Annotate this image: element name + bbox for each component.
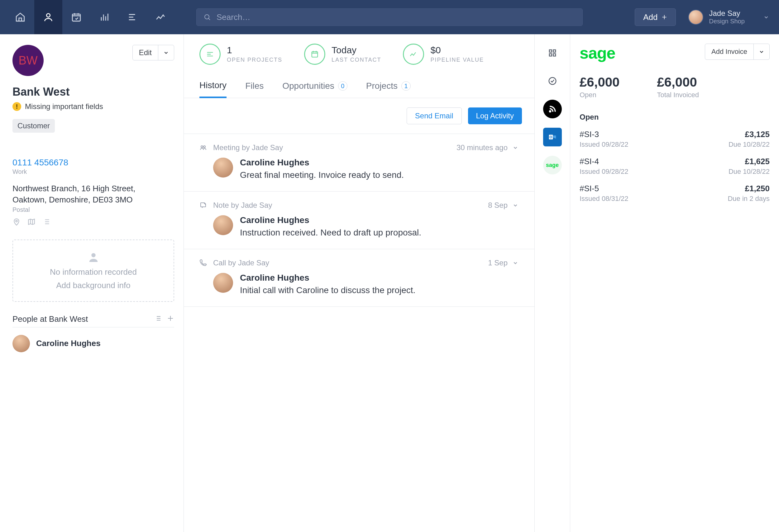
invoice-amount: £1,625 <box>728 157 770 166</box>
search-icon <box>203 13 211 21</box>
bg-empty-line1: No information recorded <box>50 267 137 277</box>
rail-outlook-icon[interactable]: O <box>543 128 562 146</box>
add-invoice-label[interactable]: Add Invoice <box>705 44 754 60</box>
address-line1: Northwest Branch, 16 High Street, <box>12 183 174 194</box>
user-name: Jade Say <box>709 9 745 17</box>
tab-opportunities[interactable]: Opportunities0 <box>282 76 348 98</box>
plus-icon <box>661 14 667 20</box>
nav-reports-icon[interactable] <box>146 0 175 34</box>
svg-point-6 <box>201 146 203 148</box>
search-box[interactable] <box>196 8 583 26</box>
edit-button-caret[interactable] <box>158 45 174 60</box>
list-icon[interactable] <box>42 218 51 227</box>
svg-point-7 <box>203 146 205 148</box>
map-icon[interactable] <box>27 218 36 227</box>
people-list-icon[interactable] <box>154 315 162 323</box>
metric-pipeline[interactable]: $0 PIPELINE VALUE <box>403 44 484 65</box>
feed-avatar <box>213 273 233 293</box>
svg-rect-10 <box>549 54 552 56</box>
add-button[interactable]: Add <box>635 8 676 26</box>
svg-point-12 <box>549 78 556 85</box>
feed-item[interactable]: Call by Jade Say1 Sep Caroline HughesIni… <box>184 249 534 307</box>
feed-avatar <box>213 215 233 235</box>
metric-last-contact[interactable]: Today LAST CONTACT <box>304 44 381 65</box>
user-avatar <box>688 10 703 24</box>
feed-avatar <box>213 157 233 178</box>
nav-home-icon[interactable] <box>6 0 34 34</box>
rail-check-icon[interactable] <box>543 72 562 90</box>
feed-contact-name: Caroline Hughes <box>240 157 404 168</box>
edit-button-label[interactable]: Edit <box>133 45 158 60</box>
activity-feed: Meeting by Jade Say30 minutes ago Caroli… <box>184 134 534 307</box>
last-contact-label: LAST CONTACT <box>332 57 381 63</box>
address: Northwest Branch, 16 High Street, Oaktow… <box>12 183 174 206</box>
send-email-button[interactable]: Send Email <box>407 108 462 124</box>
invoice-row[interactable]: #SI-5Issued 08/31/22£1,250Due in 2 days <box>580 184 770 203</box>
feed-item[interactable]: Note by Jade Say8 Sep Caroline HughesIns… <box>184 192 534 249</box>
feed-type-label: Note by Jade Say <box>213 201 272 210</box>
feed-type-icon <box>199 144 208 151</box>
total-invoiced-label: Total Invoiced <box>657 91 699 99</box>
svg-point-13 <box>549 111 551 112</box>
sage-logo: sage <box>580 44 615 62</box>
tab-files[interactable]: Files <box>245 76 263 98</box>
warning-row[interactable]: ! Missing important fields <box>12 102 174 111</box>
pin-icon[interactable] <box>12 218 20 227</box>
feed-type-label: Call by Jade Say <box>213 259 269 267</box>
invoice-due: Due 10/28/22 <box>728 168 770 176</box>
feed-item[interactable]: Meeting by Jade Say30 minutes ago Caroli… <box>184 134 534 192</box>
total-invoiced: £6,000 Total Invoiced <box>657 75 699 99</box>
add-invoice-button[interactable]: Add Invoice <box>705 44 770 60</box>
center-panel: 1 OPEN PROJECTS Today LAST CONTACT $0 PI… <box>184 34 535 532</box>
edit-button[interactable]: Edit <box>132 45 174 60</box>
feed-message: Instruction received. Need to draft up p… <box>240 228 421 238</box>
last-contact-value: Today <box>332 46 381 55</box>
last-contact-icon <box>304 44 325 65</box>
tab-history[interactable]: History <box>199 76 227 98</box>
feed-message: Initial call with Caroline to discuss th… <box>240 285 415 295</box>
person-name: Caroline Hughes <box>36 339 101 348</box>
log-activity-button[interactable]: Log Activity <box>468 108 522 124</box>
invoice-amount: £3,125 <box>728 130 770 139</box>
people-add-icon[interactable] <box>167 315 174 323</box>
nav-calendar-icon[interactable] <box>62 0 91 34</box>
tab-projects[interactable]: Projects1 <box>366 76 411 98</box>
tag-customer[interactable]: Customer <box>12 119 55 133</box>
tab-files-label: Files <box>245 81 263 91</box>
tab-opp-label: Opportunities <box>282 81 334 91</box>
chevron-down-icon <box>512 144 519 151</box>
feed-type-icon <box>199 259 208 267</box>
nav-pipeline-icon[interactable] <box>91 0 118 34</box>
background-info-box[interactable]: No information recorded Add background i… <box>12 240 174 302</box>
rail-apps-icon[interactable] <box>543 44 562 62</box>
open-projects-label: OPEN PROJECTS <box>227 57 282 63</box>
invoice-row[interactable]: #SI-4Issued 09/28/22£1,625Due 10/28/22 <box>580 157 770 176</box>
pipeline-label: PIPELINE VALUE <box>430 57 484 63</box>
person-row[interactable]: Caroline Hughes <box>12 335 174 352</box>
rail-sage-icon[interactable]: sage <box>543 156 562 175</box>
address-line2: Oaktown, Demoshire, DE03 3MO <box>12 194 174 205</box>
invoice-row[interactable]: #SI-3Issued 09/28/22£3,125Due 10/28/22 <box>580 130 770 148</box>
svg-rect-8 <box>549 50 552 52</box>
integration-rail: O sage <box>535 34 570 532</box>
add-invoice-caret[interactable] <box>754 44 769 60</box>
nav-tasks-icon[interactable] <box>118 0 146 34</box>
org-name: Bank West <box>12 85 174 98</box>
nav-contacts-icon[interactable] <box>34 0 62 34</box>
warning-text: Missing important fields <box>25 102 103 111</box>
add-button-label: Add <box>643 12 657 22</box>
phone-link[interactable]: 0111 4556678 <box>12 157 174 168</box>
tabs: History Files Opportunities0 Projects1 <box>184 74 534 98</box>
rail-feed-icon[interactable] <box>543 100 562 118</box>
tab-proj-label: Projects <box>366 81 398 91</box>
caret-down-icon <box>763 14 770 20</box>
feed-type-icon <box>199 202 208 209</box>
search-input[interactable] <box>216 12 576 22</box>
user-menu[interactable]: Jade Say Design Shop <box>688 9 770 24</box>
feed-time[interactable]: 30 minutes ago <box>457 143 519 152</box>
feed-time[interactable]: 8 Sep <box>488 201 519 210</box>
open-projects-value: 1 <box>227 46 282 55</box>
feed-time[interactable]: 1 Sep <box>488 259 519 267</box>
metric-open-projects[interactable]: 1 OPEN PROJECTS <box>199 44 282 65</box>
org-avatar: BW <box>12 45 44 76</box>
